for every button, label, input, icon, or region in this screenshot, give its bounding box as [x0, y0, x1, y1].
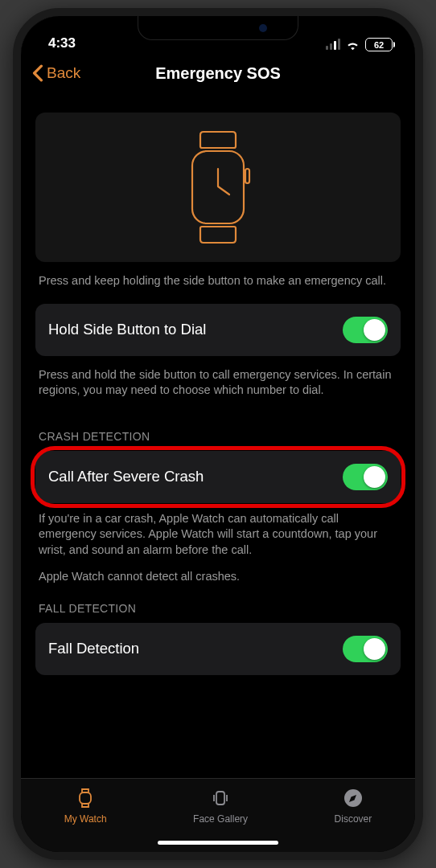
call-after-crash-label: Call After Severe Crash: [48, 467, 204, 487]
fall-detection-label: Fall Detection: [48, 639, 139, 659]
hold-side-button-toggle[interactable]: [343, 317, 388, 343]
watch-illustration-card: [35, 113, 401, 262]
watch-icon: [179, 127, 257, 248]
cell-signal-icon: [326, 39, 340, 50]
nav-header: Back Emergency SOS: [21, 53, 415, 93]
status-time: 4:33: [48, 35, 76, 51]
status-icons: 62: [326, 38, 393, 51]
tab-discover-label: Discover: [335, 813, 372, 825]
back-label: Back: [47, 64, 80, 82]
tab-face-gallery[interactable]: Face Gallery: [193, 787, 248, 825]
svg-rect-1: [245, 169, 249, 183]
crash-hint: If you're in a car crash, Apple Watch ca…: [35, 503, 401, 559]
call-after-crash-row[interactable]: Call After Severe Crash: [35, 451, 401, 503]
wifi-icon: [345, 39, 360, 51]
fall-detection-row[interactable]: Fall Detection: [35, 623, 401, 675]
hold-side-button-row[interactable]: Hold Side Button to Dial: [35, 304, 401, 356]
tab-bar: My Watch Face Gallery Discover: [21, 778, 415, 852]
phone-frame: 4:33 62 Back Emergency SOS: [13, 8, 423, 860]
tab-my-watch-label: My Watch: [64, 813, 107, 825]
highlight-annotation: Call After Severe Crash: [35, 451, 401, 503]
hold-side-button-label: Hold Side Button to Dial: [48, 320, 206, 340]
notch: [138, 16, 298, 40]
fall-section-header: FALL DETECTION: [35, 585, 401, 623]
crash-note: Apple Watch cannot detect all crashes.: [35, 558, 401, 585]
tab-discover[interactable]: Discover: [335, 787, 372, 825]
battery-level: 62: [374, 40, 384, 50]
content-area[interactable]: Press and keep holding the side button t…: [21, 93, 415, 778]
svg-rect-2: [80, 792, 91, 804]
call-after-crash-toggle[interactable]: [343, 464, 388, 490]
crash-section-header: CRASH DETECTION: [35, 413, 401, 451]
battery-icon: 62: [365, 38, 393, 51]
page-title: Emergency SOS: [155, 64, 281, 83]
back-button[interactable]: Back: [32, 64, 80, 82]
tab-my-watch[interactable]: My Watch: [64, 787, 107, 825]
screen: 4:33 62 Back Emergency SOS: [21, 16, 415, 852]
hero-hint: Press and keep holding the side button t…: [35, 262, 401, 304]
svg-rect-3: [216, 792, 224, 805]
hold-side-button-hint: Press and hold the side button to call e…: [35, 356, 401, 413]
tab-face-gallery-label: Face Gallery: [193, 813, 248, 825]
home-indicator[interactable]: [158, 841, 278, 845]
fall-detection-toggle[interactable]: [343, 636, 388, 662]
